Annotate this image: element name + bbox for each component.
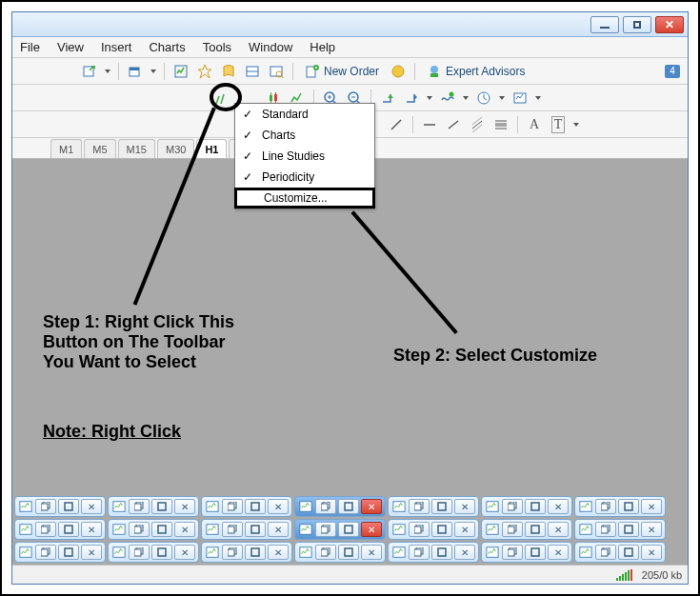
close-button[interactable]: ✕ <box>548 522 569 537</box>
child-window[interactable]: ✕ <box>14 542 106 563</box>
restore-button[interactable] <box>129 545 150 560</box>
child-window[interactable]: ✕ <box>294 519 386 540</box>
close-button[interactable]: ✕ <box>268 522 289 537</box>
dropdown-icon[interactable] <box>425 88 434 109</box>
indicators-icon[interactable] <box>437 88 458 109</box>
expert-advisors-button[interactable]: Expert Advisors <box>421 61 530 82</box>
child-window[interactable]: ✕ <box>574 542 666 563</box>
child-window[interactable]: ✕ <box>108 496 199 517</box>
ctx-item-line-studies[interactable]: Line Studies <box>235 146 374 167</box>
period-tab-h1[interactable]: H1 <box>196 139 227 158</box>
dropdown-icon[interactable] <box>149 61 158 82</box>
child-window[interactable]: ✕ <box>388 496 479 517</box>
menu-file[interactable]: File <box>20 40 40 54</box>
close-button[interactable]: ✕ <box>361 499 382 514</box>
restore-button[interactable] <box>502 522 523 537</box>
max-button[interactable] <box>431 499 452 514</box>
restore-button[interactable] <box>35 545 56 560</box>
max-button[interactable] <box>618 522 639 537</box>
child-window[interactable]: ✕ <box>481 519 572 540</box>
close-button[interactable]: ✕ <box>548 545 569 560</box>
minimize-button[interactable] <box>590 16 619 33</box>
max-button[interactable] <box>525 545 546 560</box>
restore-button[interactable] <box>409 522 430 537</box>
child-window[interactable]: ✕ <box>294 542 386 563</box>
menu-charts[interactable]: Charts <box>149 40 185 54</box>
restore-button[interactable] <box>315 499 336 514</box>
child-window[interactable]: ✕ <box>294 496 386 517</box>
close-button[interactable]: ✕ <box>81 499 102 514</box>
maximize-button[interactable] <box>623 16 651 33</box>
restore-button[interactable] <box>129 522 150 537</box>
close-button[interactable]: ✕ <box>641 545 662 560</box>
restore-button[interactable] <box>222 499 243 514</box>
ctx-item-charts[interactable]: Charts <box>235 125 374 146</box>
close-button[interactable]: ✕ <box>81 522 102 537</box>
profiles-icon[interactable] <box>125 61 146 82</box>
child-window[interactable]: ✕ <box>201 519 292 540</box>
max-button[interactable] <box>151 499 172 514</box>
child-window[interactable]: ✕ <box>108 519 199 540</box>
restore-button[interactable] <box>315 522 336 537</box>
notification-badge[interactable]: 4 <box>665 65 680 78</box>
close-button[interactable]: ✕ <box>361 545 382 560</box>
close-button[interactable]: ✕ <box>81 545 102 560</box>
market-watch-icon[interactable] <box>170 61 191 82</box>
menu-insert[interactable]: Insert <box>101 40 132 54</box>
equidistant-icon[interactable] <box>467 114 488 135</box>
restore-button[interactable] <box>222 522 243 537</box>
max-button[interactable] <box>151 545 172 560</box>
child-window[interactable]: ✕ <box>14 519 106 540</box>
ctx-item-periodicity[interactable]: Periodicity <box>235 167 374 188</box>
close-button[interactable]: ✕ <box>361 522 382 537</box>
restore-button[interactable] <box>409 499 430 514</box>
child-window[interactable]: ✕ <box>388 542 479 563</box>
auto-scroll-icon[interactable] <box>377 88 398 109</box>
close-button[interactable]: ✕ <box>641 522 662 537</box>
child-window[interactable]: ✕ <box>481 542 572 563</box>
horizontal-line-icon[interactable] <box>419 114 440 135</box>
child-window[interactable]: ✕ <box>201 542 292 563</box>
dropdown-icon[interactable] <box>103 61 112 82</box>
restore-button[interactable] <box>502 545 523 560</box>
restore-button[interactable] <box>502 499 523 514</box>
close-button[interactable]: ✕ <box>454 545 475 560</box>
text-label-icon[interactable]: T <box>548 114 569 135</box>
restore-button[interactable] <box>129 499 150 514</box>
child-window[interactable]: ✕ <box>201 496 292 517</box>
period-tab-m30[interactable]: M30 <box>157 139 194 158</box>
max-button[interactable] <box>618 545 639 560</box>
max-button[interactable] <box>245 499 266 514</box>
dropdown-icon[interactable] <box>533 88 543 109</box>
navigator-icon[interactable] <box>194 61 215 82</box>
close-button[interactable]: ✕ <box>454 499 475 514</box>
close-button[interactable]: ✕ <box>268 545 289 560</box>
max-button[interactable] <box>618 499 639 514</box>
templates-icon[interactable] <box>510 88 530 109</box>
child-window[interactable]: ✕ <box>574 496 666 517</box>
period-tab-m1[interactable]: M1 <box>50 139 82 158</box>
close-button[interactable]: ✕ <box>174 499 195 514</box>
chart-shift-icon[interactable] <box>401 88 422 109</box>
max-button[interactable] <box>525 499 546 514</box>
menu-window[interactable]: Window <box>249 40 292 54</box>
restore-button[interactable] <box>595 499 616 514</box>
close-button[interactable]: ✕ <box>454 522 475 537</box>
close-button[interactable]: ✕ <box>268 499 289 514</box>
meta-icon[interactable] <box>388 61 409 82</box>
max-button[interactable] <box>58 545 79 560</box>
max-button[interactable] <box>58 499 79 514</box>
terminal-icon[interactable] <box>242 61 263 82</box>
new-chart-icon[interactable] <box>79 61 100 82</box>
max-button[interactable] <box>338 545 359 560</box>
max-button[interactable] <box>525 522 546 537</box>
max-button[interactable] <box>58 522 79 537</box>
period-tab-m5[interactable]: M5 <box>84 139 115 158</box>
restore-button[interactable] <box>222 545 243 560</box>
close-button[interactable] <box>655 16 684 33</box>
line-icon[interactable] <box>386 114 407 135</box>
close-button[interactable]: ✕ <box>548 499 569 514</box>
restore-button[interactable] <box>35 522 56 537</box>
restore-button[interactable] <box>315 545 336 560</box>
dropdown-icon[interactable] <box>461 88 470 109</box>
